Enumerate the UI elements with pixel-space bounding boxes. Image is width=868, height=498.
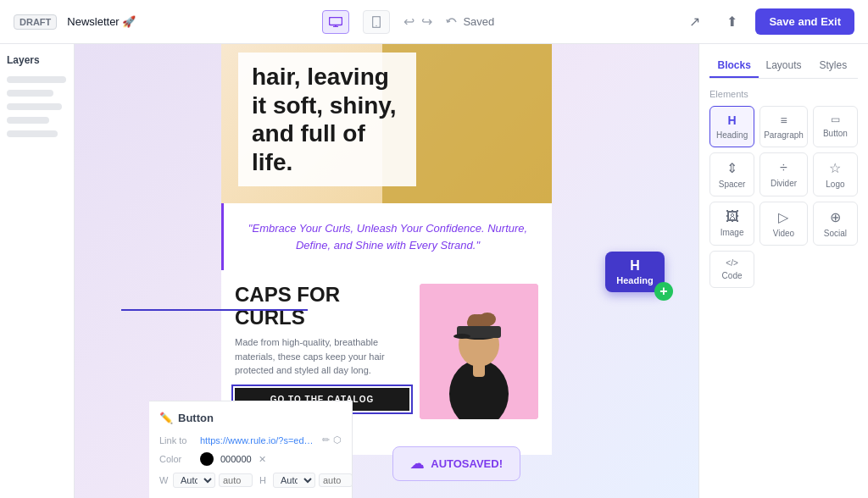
logo-label: Logo: [826, 180, 844, 189]
svg-point-12: [453, 334, 470, 339]
svg-rect-0: [330, 17, 342, 25]
divider-label: Divider: [771, 179, 797, 188]
saved-status: Saved: [446, 15, 494, 28]
width-input[interactable]: [219, 473, 253, 487]
tab-layouts[interactable]: Layouts: [759, 54, 808, 78]
element-button[interactable]: ▭ Button: [813, 106, 858, 147]
social-label: Social: [824, 229, 847, 238]
layers-panel: Layers: [0, 44, 75, 498]
link-value[interactable]: https://www.rule.io/?s=editor&id=321...: [200, 435, 315, 445]
link-edit-icons: ✏ ⬡: [322, 434, 342, 445]
spacer-icon: ⇕: [726, 160, 737, 176]
list-item[interactable]: [7, 76, 66, 83]
draft-badge: DRAFT: [14, 14, 57, 30]
elements-section-title: Elements: [709, 89, 858, 99]
hair-heading: hair, leaving it soft, shiny, and full o…: [238, 53, 416, 186]
mobile-view-button[interactable]: [363, 10, 390, 34]
element-video[interactable]: ▷ Video: [760, 202, 808, 246]
video-label: Video: [773, 229, 794, 238]
quote-section[interactable]: "Embrace Your Curls, Unleash Your Confid…: [221, 203, 552, 270]
heading-label: Heading: [716, 130, 748, 140]
code-label: Code: [722, 271, 743, 280]
spacer-label: Spacer: [719, 180, 746, 189]
height-field: H Auto: [259, 473, 353, 488]
heading-tooltip: H Heading +: [605, 252, 665, 292]
button-properties-panel: ✏️ Button Link to https://www.rule.io/?s…: [149, 401, 353, 498]
tab-blocks[interactable]: Blocks: [709, 54, 759, 78]
heading-icon: H: [728, 113, 737, 127]
element-divider[interactable]: ÷ Divider: [760, 152, 808, 196]
color-hex-value: 000000: [220, 454, 252, 464]
color-label: Color: [159, 454, 193, 464]
code-icon: </>: [726, 258, 737, 268]
caps-product-image: [420, 284, 538, 419]
edit-link-button[interactable]: ✏: [322, 434, 330, 445]
list-item[interactable]: [7, 90, 53, 97]
height-input[interactable]: [319, 473, 353, 487]
autosaved-icon: ☁: [410, 456, 424, 472]
autosaved-banner: ☁ AUTOSAVED!: [392, 446, 520, 481]
logo-icon: ☆: [829, 160, 841, 176]
export-button[interactable]: ⬆: [718, 8, 745, 36]
paragraph-icon: ≡: [780, 113, 787, 127]
height-select[interactable]: Auto: [273, 473, 315, 488]
color-row: Color 000000 ✕: [159, 452, 342, 466]
layers-title: Layers: [7, 54, 67, 66]
caps-description: Made from high-quality, breathable mater…: [235, 335, 409, 378]
element-spacer[interactable]: ⇕ Spacer: [709, 152, 754, 196]
image-label: Image: [721, 228, 744, 237]
panel-edit-icon: ✏️: [159, 412, 173, 424]
link-row: Link to https://www.rule.io/?s=editor&id…: [159, 434, 342, 445]
quote-text: "Embrace Your Curls, Unleash Your Confid…: [241, 220, 535, 253]
undo-button[interactable]: ↩: [403, 14, 415, 30]
height-label: H: [259, 475, 270, 485]
save-exit-button[interactable]: Save and Exit: [755, 8, 854, 35]
undo-redo-controls: ↩ ↪: [403, 14, 432, 30]
width-label: W: [159, 475, 170, 485]
width-field: W Auto: [159, 473, 253, 488]
external-link-button[interactable]: ⬡: [333, 434, 342, 445]
button-icon: ▭: [831, 113, 840, 125]
divider-icon: ÷: [780, 160, 787, 175]
share-button[interactable]: ↗: [681, 8, 708, 36]
panel-title: Button: [178, 412, 214, 424]
tab-styles[interactable]: Styles: [809, 54, 858, 78]
elements-grid: H Heading ≡ Paragraph ▭ Button ⇕ Spacer …: [709, 106, 858, 288]
desktop-view-button[interactable]: [322, 10, 349, 34]
image-icon: 🖼: [726, 209, 739, 224]
heading-tooltip-h-icon: H: [615, 258, 654, 274]
heading-tooltip-label: Heading: [615, 275, 654, 285]
element-code[interactable]: </> Code: [709, 251, 754, 288]
selection-line: [121, 309, 308, 311]
element-heading[interactable]: H Heading: [709, 106, 754, 147]
element-logo[interactable]: ☆ Logo: [813, 152, 858, 196]
clear-color-button[interactable]: ✕: [259, 454, 266, 465]
list-item[interactable]: [7, 117, 49, 124]
list-item[interactable]: [7, 130, 58, 137]
redo-button[interactable]: ↪: [421, 14, 432, 30]
dimensions-row: W Auto H Auto: [159, 473, 342, 488]
canvas-area: hair, leaving it soft, shiny, and full o…: [75, 44, 698, 498]
add-heading-button[interactable]: +: [654, 282, 673, 301]
element-image[interactable]: 🖼 Image: [709, 202, 754, 246]
social-icon: ⊕: [830, 209, 841, 225]
caps-title: CAPS FOR CURLS: [235, 284, 409, 329]
autosaved-label: AUTOSAVED!: [431, 457, 503, 470]
topbar-center: ↩ ↪ Saved: [146, 10, 670, 34]
main-layout: Layers hair, leaving it soft, shiny, and…: [0, 44, 868, 498]
saved-label: Saved: [463, 15, 494, 28]
paragraph-label: Paragraph: [764, 130, 804, 140]
color-swatch[interactable]: [200, 452, 214, 466]
topbar: DRAFT Newsletter 🚀 ↩ ↪ Saved: [0, 0, 868, 44]
list-item[interactable]: [7, 103, 62, 110]
element-paragraph[interactable]: ≡ Paragraph: [760, 106, 808, 147]
element-social[interactable]: ⊕ Social: [813, 202, 858, 246]
email-canvas: hair, leaving it soft, shiny, and full o…: [221, 44, 552, 455]
hair-text-section: hair, leaving it soft, shiny, and full o…: [221, 44, 552, 203]
width-select[interactable]: Auto: [173, 473, 215, 488]
newsletter-title: Newsletter 🚀: [67, 15, 136, 28]
right-panel-tabs: Blocks Layouts Styles: [709, 54, 858, 79]
video-icon: ▷: [778, 209, 788, 225]
right-panel: Blocks Layouts Styles Elements H Heading…: [698, 44, 868, 498]
svg-point-8: [479, 313, 496, 326]
